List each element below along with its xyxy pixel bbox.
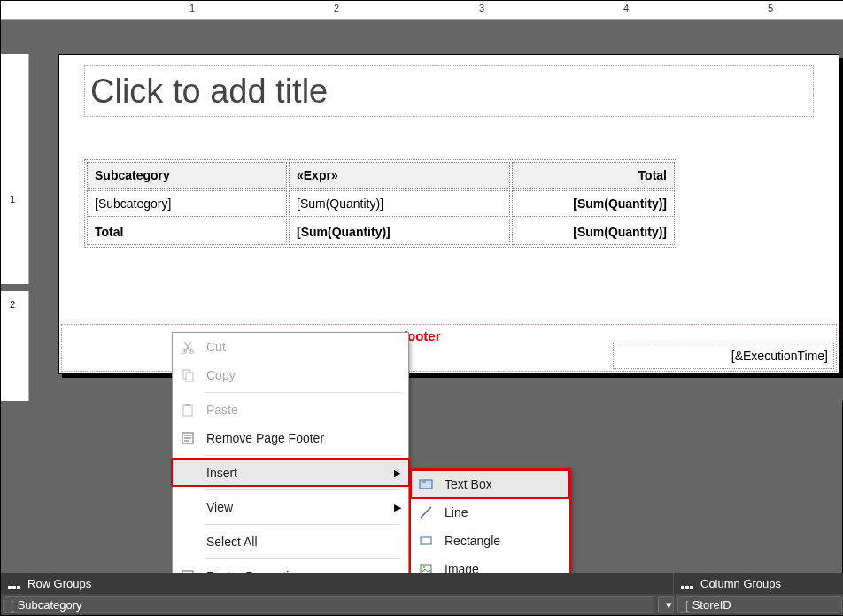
svg-rect-3 bbox=[186, 373, 193, 381]
menu-separator bbox=[205, 524, 401, 525]
insert-submenu: Text Box Line Rectangle Image bbox=[409, 468, 571, 585]
matrix-tablix[interactable]: Subcategory «Expr» Total [Subcategory] [… bbox=[84, 159, 677, 248]
menu-label: Text Box bbox=[441, 477, 553, 491]
column-group-item[interactable]: [ StoreID bbox=[677, 596, 842, 613]
vertical-ruler: 1 2 bbox=[1, 20, 29, 401]
grouping-pane: Row Groups Column Groups [ Subcategory ▾… bbox=[1, 573, 843, 615]
header-subcategory[interactable]: Subcategory bbox=[87, 162, 287, 189]
menu-label: Copy bbox=[203, 368, 392, 382]
menu-separator bbox=[205, 455, 401, 456]
horizontal-ruler: 1 2 3 4 5 bbox=[1, 1, 843, 20]
menu-cut[interactable]: Cut bbox=[173, 333, 408, 361]
menu-paste[interactable]: Paste bbox=[173, 396, 408, 424]
column-group-value: StoreID bbox=[692, 598, 731, 612]
context-menu: Cut Copy Paste Remove Page Footer Insert… bbox=[172, 332, 409, 591]
row-group-dropdown[interactable]: ▾ bbox=[658, 596, 674, 613]
ruler-mark: 1 bbox=[189, 3, 195, 13]
execution-time-value: [&ExecutionTime] bbox=[731, 349, 828, 363]
ruler-mark: 2 bbox=[334, 3, 339, 13]
svg-point-18 bbox=[423, 566, 426, 569]
bracket-icon: [ bbox=[11, 598, 14, 612]
ruler-mark: 5 bbox=[768, 3, 773, 13]
menu-label: Remove Page Footer bbox=[203, 431, 392, 445]
design-canvas[interactable]: Click to add title Subcategory «Expr» To… bbox=[29, 20, 843, 401]
menu-label: Line bbox=[441, 505, 553, 520]
svg-line-15 bbox=[421, 507, 431, 518]
cell-grandtotal[interactable]: [Sum(Quantity)] bbox=[512, 219, 675, 245]
svg-rect-13 bbox=[420, 480, 432, 489]
header-total[interactable]: Total bbox=[512, 162, 675, 189]
menu-insert[interactable]: Insert ▶ bbox=[171, 458, 410, 487]
report-page[interactable]: Click to add title Subcategory «Expr» To… bbox=[58, 54, 839, 374]
grid-icon bbox=[8, 579, 22, 588]
textbox-icon bbox=[411, 477, 441, 491]
svg-rect-16 bbox=[421, 537, 431, 544]
ruler-mark: 3 bbox=[479, 3, 484, 13]
grid-icon bbox=[681, 579, 695, 588]
cell-total-sumqty[interactable]: [Sum(Quantity)] bbox=[289, 219, 510, 245]
svg-rect-5 bbox=[185, 404, 190, 406]
menu-remove-page-footer[interactable]: Remove Page Footer bbox=[173, 424, 408, 452]
cell-subcategory[interactable]: [Subcategory] bbox=[87, 190, 287, 217]
menu-label: Insert bbox=[203, 466, 392, 480]
app-frame: 1 2 3 4 5 1 2 Click to add title Subcate… bbox=[0, 0, 843, 616]
cell-sumqty-total[interactable]: [Sum(Quantity)] bbox=[512, 190, 675, 217]
submenu-arrow-icon: ▶ bbox=[394, 467, 401, 479]
menu-label: View bbox=[203, 500, 392, 514]
menu-label: Rectangle bbox=[441, 534, 553, 548]
cell-sumqty[interactable]: [Sum(Quantity)] bbox=[289, 190, 510, 217]
menu-view[interactable]: View ▶ bbox=[173, 493, 408, 521]
submenu-rectangle[interactable]: Rectangle bbox=[411, 527, 569, 555]
submenu-arrow-icon: ▶ bbox=[394, 502, 401, 513]
row-groups-header[interactable]: Row Groups bbox=[1, 573, 674, 594]
matrix-detail-row: [Subcategory] [Sum(Quantity)] [Sum(Quant… bbox=[87, 190, 675, 217]
menu-separator bbox=[205, 392, 401, 393]
menu-label: Select All bbox=[203, 535, 392, 549]
title-textbox[interactable]: Click to add title bbox=[84, 65, 814, 117]
column-groups-header[interactable]: Column Groups bbox=[674, 573, 843, 594]
header-expr[interactable]: «Expr» bbox=[289, 162, 510, 189]
column-groups-label: Column Groups bbox=[700, 577, 781, 590]
menu-select-all[interactable]: Select All bbox=[173, 527, 408, 556]
menu-label: Cut bbox=[203, 340, 392, 354]
menu-separator bbox=[205, 489, 401, 490]
row-group-item[interactable]: [ Subcategory bbox=[3, 596, 654, 613]
submenu-textbox[interactable]: Text Box bbox=[411, 470, 569, 498]
bracket-icon: [ bbox=[685, 598, 689, 612]
menu-separator bbox=[205, 558, 401, 559]
menu-copy[interactable]: Copy bbox=[173, 361, 408, 389]
paste-icon bbox=[173, 403, 203, 417]
chevron-down-icon: ▾ bbox=[666, 598, 672, 612]
row-group-value: Subcategory bbox=[18, 598, 82, 612]
matrix-total-row: Total [Sum(Quantity)] [Sum(Quantity)] bbox=[87, 219, 675, 245]
menu-label: Paste bbox=[203, 403, 392, 417]
remove-footer-icon bbox=[173, 431, 203, 445]
submenu-line[interactable]: Line bbox=[411, 498, 569, 527]
execution-time-textbox[interactable]: [&ExecutionTime] bbox=[613, 343, 834, 369]
cut-icon bbox=[173, 340, 203, 354]
line-icon bbox=[411, 505, 441, 520]
svg-rect-4 bbox=[183, 405, 192, 416]
title-placeholder-text: Click to add title bbox=[90, 73, 328, 111]
ruler-mark: 4 bbox=[623, 3, 629, 13]
copy-icon bbox=[173, 368, 203, 382]
row-groups-label: Row Groups bbox=[27, 577, 91, 590]
rectangle-icon bbox=[411, 534, 441, 548]
matrix-header-row: Subcategory «Expr» Total bbox=[87, 162, 675, 189]
cell-total-label[interactable]: Total bbox=[87, 219, 287, 245]
